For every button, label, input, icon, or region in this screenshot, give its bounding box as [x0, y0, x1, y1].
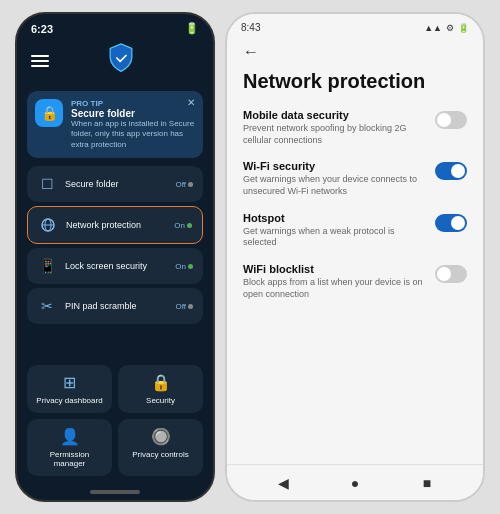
network-protection-status-dot — [187, 223, 192, 228]
right-status-bar: 8:43 ▲▲ ⚙ 🔋 — [227, 14, 483, 37]
wifi-security-toggle-knob — [451, 164, 465, 178]
menu-item-pin-pad-scramble[interactable]: ✂ PIN pad scramble Off — [27, 288, 203, 324]
left-status-bar: 6:23 🔋 — [17, 14, 213, 39]
hotspot-desc: Get warnings when a weak protocol is sel… — [243, 226, 427, 249]
setting-wifi-blocklist: WiFi blocklist Block apps from a list wh… — [243, 263, 467, 300]
mobile-data-toggle-knob — [437, 113, 451, 127]
mobile-data-desc: Prevent network spoofing by blocking 2G … — [243, 123, 427, 146]
phone-left: 6:23 🔋 🔒 Pro tip Secure folder When an a… — [15, 12, 215, 502]
hamburger-menu-icon[interactable] — [31, 55, 49, 67]
right-status-icons: ▲▲ ⚙ 🔋 — [424, 23, 469, 33]
nav-back-button[interactable]: ◀ — [273, 473, 293, 493]
right-page-title: Network protection — [243, 69, 467, 93]
promo-description: When an app is installed in Secure folde… — [71, 119, 195, 150]
right-bottom-nav: ◀ ● ■ — [227, 464, 483, 500]
menu-items-list: ☐ Secure folder Off Network protection O… — [17, 162, 213, 361]
security-label: Security — [146, 396, 175, 405]
phones-container: 6:23 🔋 🔒 Pro tip Secure folder When an a… — [5, 2, 495, 512]
right-time: 8:43 — [241, 22, 260, 33]
setting-mobile-data-security: Mobile data security Prevent network spo… — [243, 109, 467, 146]
hotspot-toggle-knob — [451, 216, 465, 230]
right-wifi-icon: ⚙ — [446, 23, 454, 33]
security-icon: 🔒 — [151, 373, 171, 392]
pin-pad-icon: ✂ — [37, 296, 57, 316]
secure-folder-status: Off — [175, 180, 193, 189]
right-battery-icon: 🔋 — [458, 23, 469, 33]
wifi-security-toggle[interactable] — [435, 162, 467, 180]
wifi-blocklist-toggle-knob — [437, 267, 451, 281]
privacy-dashboard-label: Privacy dashboard — [36, 396, 102, 405]
nav-home-button[interactable]: ● — [345, 473, 365, 493]
menu-item-network-protection[interactable]: Network protection On — [27, 206, 203, 244]
promo-icon: 🔒 — [35, 99, 63, 127]
phone-right: 8:43 ▲▲ ⚙ 🔋 ← Network protection Mobile … — [225, 12, 485, 502]
lock-screen-label: Lock screen security — [65, 261, 167, 271]
bottom-grid: ⊞ Privacy dashboard 🔒 Security 👤 Permiss… — [17, 361, 213, 486]
privacy-controls-label: Privacy controls — [132, 450, 188, 459]
promo-text-area: Pro tip Secure folder When an app is ins… — [71, 99, 195, 150]
wifi-blocklist-title: WiFi blocklist — [243, 263, 427, 275]
promo-pro-tip-label: Pro tip — [71, 99, 195, 108]
network-protection-icon — [38, 215, 58, 235]
lock-screen-status: On — [175, 262, 193, 271]
permission-manager-icon: 👤 — [60, 427, 80, 446]
shield-logo — [106, 43, 142, 79]
pin-pad-label: PIN pad scramble — [65, 301, 167, 311]
left-topbar — [17, 39, 213, 87]
nav-recent-button[interactable]: ■ — [417, 473, 437, 493]
promo-close-button[interactable]: ✕ — [187, 97, 195, 108]
left-time: 6:23 — [31, 23, 53, 35]
wifi-blocklist-text: WiFi blocklist Block apps from a list wh… — [243, 263, 427, 300]
wifi-security-text: Wi-Fi security Get warnings when your de… — [243, 160, 427, 197]
mobile-data-text: Mobile data security Prevent network spo… — [243, 109, 427, 146]
lock-screen-icon: 📱 — [37, 256, 57, 276]
menu-item-secure-folder[interactable]: ☐ Secure folder Off — [27, 166, 203, 202]
promo-banner: 🔒 Pro tip Secure folder When an app is i… — [27, 91, 203, 158]
menu-item-lock-screen-security[interactable]: 📱 Lock screen security On — [27, 248, 203, 284]
hotspot-title: Hotspot — [243, 212, 427, 224]
grid-item-permission-manager[interactable]: 👤 Permission manager — [27, 419, 112, 476]
back-button[interactable]: ← — [243, 41, 467, 63]
wifi-blocklist-desc: Block apps from a list when your device … — [243, 277, 427, 300]
left-battery-icon: 🔋 — [185, 22, 199, 35]
right-content: ← Network protection Mobile data securit… — [227, 37, 483, 464]
privacy-dashboard-icon: ⊞ — [63, 373, 76, 392]
home-indicator — [90, 490, 140, 494]
privacy-controls-icon: 🔘 — [151, 427, 171, 446]
wifi-security-desc: Get warnings when your device connects t… — [243, 174, 427, 197]
hotspot-text: Hotspot Get warnings when a weak protoco… — [243, 212, 427, 249]
grid-item-security[interactable]: 🔒 Security — [118, 365, 203, 413]
lock-screen-status-dot — [188, 264, 193, 269]
network-protection-status: On — [174, 221, 192, 230]
hotspot-toggle[interactable] — [435, 214, 467, 232]
promo-title: Secure folder — [71, 108, 195, 119]
setting-hotspot: Hotspot Get warnings when a weak protoco… — [243, 212, 467, 249]
setting-wifi-security: Wi-Fi security Get warnings when your de… — [243, 160, 467, 197]
permission-manager-label: Permission manager — [35, 450, 104, 468]
mobile-data-toggle[interactable] — [435, 111, 467, 129]
mobile-data-title: Mobile data security — [243, 109, 427, 121]
network-protection-label: Network protection — [66, 220, 166, 230]
secure-folder-label: Secure folder — [65, 179, 167, 189]
right-signal-icon: ▲▲ — [424, 23, 442, 33]
grid-item-privacy-dashboard[interactable]: ⊞ Privacy dashboard — [27, 365, 112, 413]
pin-pad-status-dot — [188, 304, 193, 309]
secure-folder-status-dot — [188, 182, 193, 187]
grid-item-privacy-controls[interactable]: 🔘 Privacy controls — [118, 419, 203, 476]
wifi-blocklist-toggle[interactable] — [435, 265, 467, 283]
wifi-security-title: Wi-Fi security — [243, 160, 427, 172]
secure-folder-icon: ☐ — [37, 174, 57, 194]
pin-pad-status: Off — [175, 302, 193, 311]
